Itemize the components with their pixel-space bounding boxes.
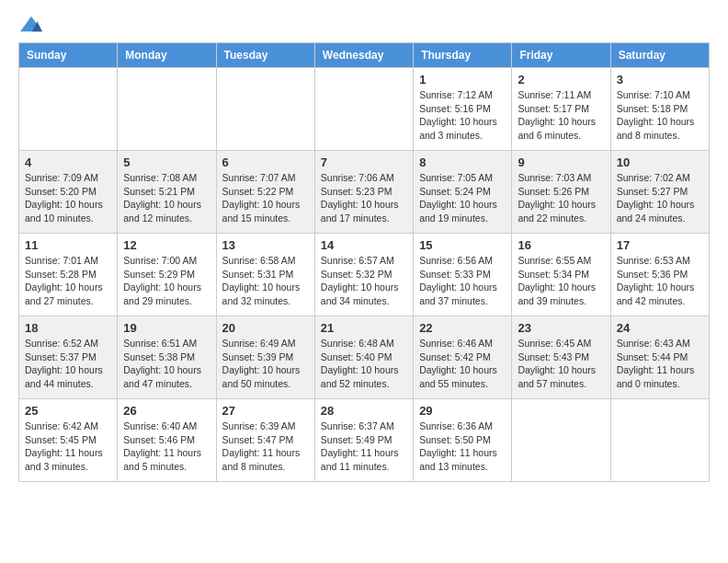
day-info: Sunrise: 6:57 AM Sunset: 5:32 PM Dayligh… xyxy=(321,254,407,308)
day-number: 23 xyxy=(518,321,604,335)
day-number: 21 xyxy=(321,321,407,335)
day-number: 25 xyxy=(25,404,111,418)
header-cell-friday: Friday xyxy=(512,43,610,68)
day-info: Sunrise: 7:05 AM Sunset: 5:24 PM Dayligh… xyxy=(419,171,506,225)
day-cell: 6Sunrise: 7:07 AM Sunset: 5:22 PM Daylig… xyxy=(216,151,314,234)
day-cell: 3Sunrise: 7:10 AM Sunset: 5:18 PM Daylig… xyxy=(610,68,709,151)
day-info: Sunrise: 7:09 AM Sunset: 5:20 PM Dayligh… xyxy=(25,171,111,225)
day-info: Sunrise: 7:06 AM Sunset: 5:23 PM Dayligh… xyxy=(321,171,407,225)
day-info: Sunrise: 6:39 AM Sunset: 5:47 PM Dayligh… xyxy=(222,419,309,474)
day-info: Sunrise: 6:36 AM Sunset: 5:50 PM Dayligh… xyxy=(419,419,506,474)
day-cell: 19Sunrise: 6:51 AM Sunset: 5:38 PM Dayli… xyxy=(118,316,216,399)
day-number: 18 xyxy=(25,321,111,335)
day-number: 19 xyxy=(123,321,210,335)
day-cell: 27Sunrise: 6:39 AM Sunset: 5:47 PM Dayli… xyxy=(216,399,314,482)
logo-icon xyxy=(18,15,44,35)
week-row-4: 25Sunrise: 6:42 AM Sunset: 5:45 PM Dayli… xyxy=(19,399,710,482)
day-cell: 29Sunrise: 6:36 AM Sunset: 5:50 PM Dayli… xyxy=(414,399,512,482)
header xyxy=(18,15,710,35)
day-number: 1 xyxy=(419,73,506,86)
day-cell: 20Sunrise: 6:49 AM Sunset: 5:39 PM Dayli… xyxy=(216,316,314,399)
day-cell: 25Sunrise: 6:42 AM Sunset: 5:45 PM Dayli… xyxy=(19,399,118,482)
header-cell-wednesday: Wednesday xyxy=(314,43,413,68)
day-cell xyxy=(512,399,610,482)
header-cell-thursday: Thursday xyxy=(414,43,512,68)
day-number: 27 xyxy=(222,404,309,418)
day-info: Sunrise: 7:11 AM Sunset: 5:17 PM Dayligh… xyxy=(518,88,604,143)
day-cell: 18Sunrise: 6:52 AM Sunset: 5:37 PM Dayli… xyxy=(19,316,118,399)
day-info: Sunrise: 6:53 AM Sunset: 5:36 PM Dayligh… xyxy=(617,254,703,308)
day-number: 6 xyxy=(222,155,309,169)
day-cell: 16Sunrise: 6:55 AM Sunset: 5:34 PM Dayli… xyxy=(512,234,610,316)
day-cell xyxy=(314,68,413,151)
day-number: 7 xyxy=(321,155,407,169)
day-cell: 8Sunrise: 7:05 AM Sunset: 5:24 PM Daylig… xyxy=(414,151,512,234)
day-info: Sunrise: 6:52 AM Sunset: 5:37 PM Dayligh… xyxy=(25,337,111,391)
day-number: 20 xyxy=(222,321,309,335)
day-cell xyxy=(19,68,118,151)
day-cell: 12Sunrise: 7:00 AM Sunset: 5:29 PM Dayli… xyxy=(118,234,216,316)
header-cell-sunday: Sunday xyxy=(19,43,118,68)
day-cell: 22Sunrise: 6:46 AM Sunset: 5:42 PM Dayli… xyxy=(414,316,512,399)
day-number: 14 xyxy=(321,238,407,252)
day-cell xyxy=(216,68,314,151)
day-cell: 2Sunrise: 7:11 AM Sunset: 5:17 PM Daylig… xyxy=(512,68,610,151)
day-number: 17 xyxy=(617,238,703,252)
day-info: Sunrise: 6:37 AM Sunset: 5:49 PM Dayligh… xyxy=(321,419,407,474)
day-cell: 21Sunrise: 6:48 AM Sunset: 5:40 PM Dayli… xyxy=(314,316,413,399)
day-cell: 13Sunrise: 6:58 AM Sunset: 5:31 PM Dayli… xyxy=(216,234,314,316)
day-cell: 7Sunrise: 7:06 AM Sunset: 5:23 PM Daylig… xyxy=(314,151,413,234)
day-info: Sunrise: 6:55 AM Sunset: 5:34 PM Dayligh… xyxy=(518,254,604,308)
day-info: Sunrise: 7:07 AM Sunset: 5:22 PM Dayligh… xyxy=(222,171,309,225)
day-number: 10 xyxy=(617,155,703,169)
day-number: 9 xyxy=(518,155,604,169)
day-number: 13 xyxy=(222,238,309,252)
day-cell: 28Sunrise: 6:37 AM Sunset: 5:49 PM Dayli… xyxy=(314,399,413,482)
day-cell xyxy=(610,399,709,482)
day-info: Sunrise: 7:00 AM Sunset: 5:29 PM Dayligh… xyxy=(123,254,210,308)
week-row-2: 11Sunrise: 7:01 AM Sunset: 5:28 PM Dayli… xyxy=(19,234,710,316)
day-cell: 15Sunrise: 6:56 AM Sunset: 5:33 PM Dayli… xyxy=(414,234,512,316)
day-cell: 10Sunrise: 7:02 AM Sunset: 5:27 PM Dayli… xyxy=(610,151,709,234)
day-cell: 23Sunrise: 6:45 AM Sunset: 5:43 PM Dayli… xyxy=(512,316,610,399)
day-number: 3 xyxy=(617,73,703,86)
header-cell-monday: Monday xyxy=(118,43,216,68)
day-cell: 4Sunrise: 7:09 AM Sunset: 5:20 PM Daylig… xyxy=(19,151,118,234)
day-info: Sunrise: 6:58 AM Sunset: 5:31 PM Dayligh… xyxy=(222,254,309,308)
day-number: 26 xyxy=(123,404,210,418)
day-info: Sunrise: 7:03 AM Sunset: 5:26 PM Dayligh… xyxy=(518,171,604,225)
day-info: Sunrise: 7:01 AM Sunset: 5:28 PM Dayligh… xyxy=(25,254,111,308)
day-number: 12 xyxy=(123,238,210,252)
day-cell: 14Sunrise: 6:57 AM Sunset: 5:32 PM Dayli… xyxy=(314,234,413,316)
day-number: 29 xyxy=(419,404,506,418)
day-info: Sunrise: 7:08 AM Sunset: 5:21 PM Dayligh… xyxy=(123,171,210,225)
day-info: Sunrise: 6:49 AM Sunset: 5:39 PM Dayligh… xyxy=(222,337,309,391)
day-number: 11 xyxy=(25,238,111,252)
day-info: Sunrise: 6:40 AM Sunset: 5:46 PM Dayligh… xyxy=(123,419,210,474)
day-number: 22 xyxy=(419,321,506,335)
day-number: 28 xyxy=(321,404,407,418)
day-cell: 24Sunrise: 6:43 AM Sunset: 5:44 PM Dayli… xyxy=(610,316,709,399)
day-number: 2 xyxy=(518,73,604,86)
calendar-header: SundayMondayTuesdayWednesdayThursdayFrid… xyxy=(19,43,710,68)
logo xyxy=(18,15,48,35)
week-row-3: 18Sunrise: 6:52 AM Sunset: 5:37 PM Dayli… xyxy=(19,316,710,399)
day-number: 8 xyxy=(419,155,506,169)
week-row-1: 4Sunrise: 7:09 AM Sunset: 5:20 PM Daylig… xyxy=(19,151,710,234)
day-cell: 5Sunrise: 7:08 AM Sunset: 5:21 PM Daylig… xyxy=(118,151,216,234)
day-info: Sunrise: 7:12 AM Sunset: 5:16 PM Dayligh… xyxy=(419,88,506,143)
day-number: 16 xyxy=(518,238,604,252)
day-info: Sunrise: 6:51 AM Sunset: 5:38 PM Dayligh… xyxy=(123,337,210,391)
day-cell: 9Sunrise: 7:03 AM Sunset: 5:26 PM Daylig… xyxy=(512,151,610,234)
day-info: Sunrise: 6:46 AM Sunset: 5:42 PM Dayligh… xyxy=(419,337,506,391)
day-number: 15 xyxy=(419,238,506,252)
header-cell-tuesday: Tuesday xyxy=(216,43,314,68)
day-cell: 1Sunrise: 7:12 AM Sunset: 5:16 PM Daylig… xyxy=(414,68,512,151)
header-cell-saturday: Saturday xyxy=(610,43,709,68)
day-number: 4 xyxy=(25,155,111,169)
day-info: Sunrise: 6:56 AM Sunset: 5:33 PM Dayligh… xyxy=(419,254,506,308)
calendar-body: 1Sunrise: 7:12 AM Sunset: 5:16 PM Daylig… xyxy=(19,68,710,482)
day-cell: 26Sunrise: 6:40 AM Sunset: 5:46 PM Dayli… xyxy=(118,399,216,482)
day-number: 24 xyxy=(617,321,703,335)
day-info: Sunrise: 6:42 AM Sunset: 5:45 PM Dayligh… xyxy=(25,419,111,474)
